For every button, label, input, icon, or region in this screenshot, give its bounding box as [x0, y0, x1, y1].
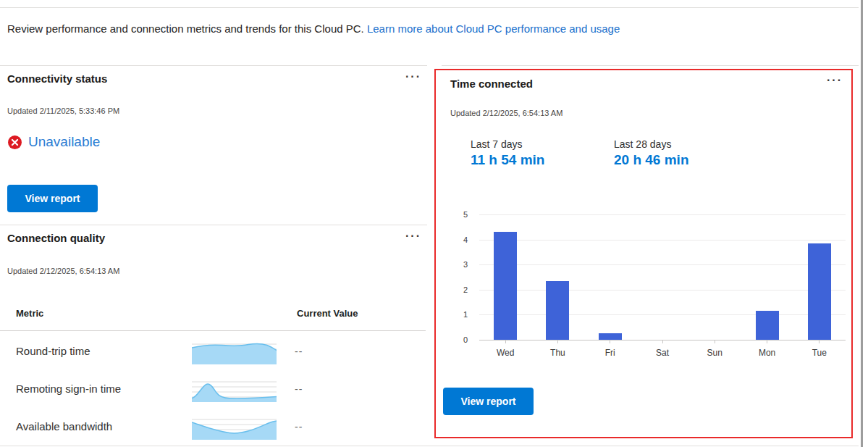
- time-connected-updated-timestamp: Updated 2/12/2025, 6:54:13 AM: [450, 109, 562, 117]
- time-connected-title: Time connected: [450, 78, 533, 90]
- x-tick-label: Mon: [742, 348, 793, 358]
- x-tick-label: Fri: [585, 348, 636, 358]
- y-tick-label: 2: [439, 285, 468, 294]
- table-row: Available bandwidth --: [0, 410, 427, 445]
- bar-thu: [546, 281, 569, 340]
- remoting-sign-in-time-sparkline: [192, 378, 277, 405]
- y-tick-label: 1: [439, 310, 468, 319]
- grid-line: [479, 314, 846, 315]
- page-description: Review performance and connection metric…: [7, 22, 620, 35]
- bar-fri: [599, 333, 622, 340]
- x-tick-mark: [819, 340, 819, 343]
- x-tick-label: Wed: [480, 348, 531, 358]
- grid-line: [479, 214, 846, 215]
- available-bandwidth-sparkline: [192, 416, 277, 443]
- x-tick-mark: [557, 340, 558, 343]
- last-7-days-value: 11 h 54 min: [471, 152, 544, 168]
- last-7-days-label: Last 7 days: [471, 138, 544, 150]
- x-tick-label: Sat: [637, 348, 688, 358]
- x-tick-label: Thu: [532, 348, 583, 358]
- metric-name: Remoting sign-in time: [16, 383, 121, 395]
- grid-line: [479, 264, 846, 265]
- metric-name: Available bandwidth: [16, 420, 112, 433]
- connectivity-panel-top-divider: [0, 65, 427, 66]
- error-status-icon: [7, 135, 22, 150]
- x-tick-mark: [610, 340, 610, 343]
- round-trip-time-sparkline: [192, 341, 277, 367]
- time-connected-top-divider: [442, 65, 859, 66]
- y-tick-label: 0: [439, 335, 468, 344]
- connection-quality-updated-timestamp: Updated 2/12/2025, 6:54:13 AM: [7, 267, 119, 275]
- metric-current-value: --: [295, 383, 303, 395]
- x-tick-label: Tue: [794, 348, 845, 358]
- connectivity-status-title: Connectivity status: [7, 72, 107, 85]
- vertical-scrollbar[interactable]: [861, 0, 863, 447]
- connectivity-status-row: Unavailable: [7, 134, 100, 150]
- table-row: Remoting sign-in time --: [0, 372, 427, 407]
- y-tick-label: 5: [439, 210, 468, 219]
- grid-line: [479, 240, 846, 241]
- bar-chart-plot: [479, 214, 846, 340]
- x-tick-mark: [505, 340, 506, 343]
- metric-current-value: --: [295, 421, 303, 433]
- bar-chart-yaxis: 012345: [436, 214, 473, 345]
- metric-name: Round-trip time: [16, 345, 90, 357]
- time-connected-bar-chart: 012345 WedThuFriSatSunMonTue: [436, 214, 848, 370]
- x-tick-label: Sun: [689, 348, 740, 358]
- last-7-days-summary: Last 7 days 11 h 54 min: [471, 138, 544, 168]
- time-connected-panel: Time connected ··· Updated 2/12/2025, 6:…: [434, 69, 853, 438]
- time-connected-more-options-button[interactable]: ···: [824, 73, 846, 88]
- cloud-pc-performance-page: { "page": { "description": "Review perfo…: [0, 0, 868, 447]
- grid-line: [479, 290, 846, 291]
- learn-more-link[interactable]: Learn more about Cloud PC performance an…: [367, 22, 620, 35]
- connection-quality-title: Connection quality: [7, 232, 105, 244]
- x-tick-mark: [662, 340, 663, 343]
- connectivity-status-value[interactable]: Unavailable: [28, 134, 100, 150]
- page-description-text: Review performance and connection metric…: [7, 22, 367, 35]
- x-tick-mark: [715, 340, 715, 343]
- connection-quality-top-divider: [0, 225, 427, 225]
- last-28-days-summary: Last 28 days 20 h 46 min: [614, 138, 689, 168]
- bar-tue: [808, 243, 831, 340]
- y-tick-label: 3: [439, 260, 468, 269]
- metric-column-header: Metric: [16, 308, 43, 319]
- y-tick-label: 4: [439, 235, 468, 244]
- time-connected-view-report-button[interactable]: View report: [443, 388, 534, 415]
- bar-chart-xaxis: WedThuFriSatSunMonTue: [479, 348, 846, 362]
- bar-wed: [494, 232, 517, 340]
- connectivity-view-report-button[interactable]: View report: [7, 185, 98, 212]
- last-28-days-label: Last 28 days: [614, 138, 689, 150]
- table-row: Round-trip time --: [0, 335, 427, 369]
- current-value-column-header: Current Value: [297, 308, 358, 319]
- bottom-divider: [0, 446, 859, 446]
- connectivity-more-options-button[interactable]: ···: [403, 70, 424, 84]
- connection-quality-more-options-button[interactable]: ···: [403, 229, 424, 243]
- bar-mon: [756, 311, 779, 340]
- connectivity-updated-timestamp: Updated 2/11/2025, 5:33:46 PM: [7, 106, 119, 115]
- last-28-days-value: 20 h 46 min: [614, 152, 689, 168]
- top-divider: [0, 7, 859, 8]
- table-header-divider: [0, 330, 426, 331]
- metric-current-value: --: [295, 346, 303, 357]
- x-tick-mark: [767, 340, 767, 343]
